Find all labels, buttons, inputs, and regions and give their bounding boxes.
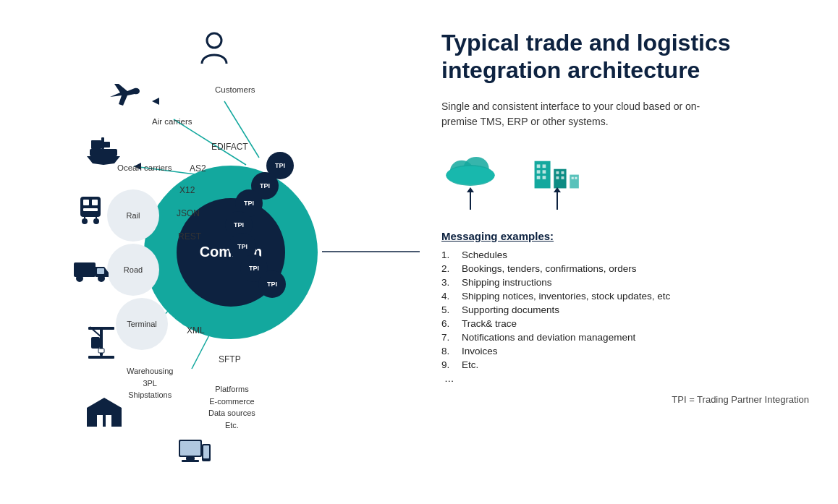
svg-rect-63 [562,176,564,179]
svg-rect-61 [562,171,564,174]
messaging-item: Bookings, tenders, confirmations, orders [441,263,809,274]
svg-rect-62 [556,176,559,179]
proto-sftp: SFTP [219,354,241,364]
svg-rect-57 [537,176,541,179]
svg-rect-53 [537,164,541,168]
right-panel: Typical trade and logistics integration … [420,0,838,504]
label-air-carriers: Air carriers [152,117,192,126]
entity-rail: Rail [107,189,159,242]
cloud-icon-group [441,150,499,210]
messaging-ellipsis: … [441,373,809,384]
messaging-item: Invoices [441,346,809,356]
computer-icon [177,438,212,474]
page-title: Typical trade and logistics integration … [441,29,809,85]
person-icon [199,30,229,68]
svg-rect-14 [91,140,101,149]
cloud-row [441,150,809,210]
svg-rect-33 [91,337,100,349]
svg-rect-56 [543,170,546,174]
cloud-arrow-up [470,192,471,210]
svg-rect-59 [554,168,566,188]
proto-edifact: EDIFACT [211,142,248,152]
svg-rect-45 [182,460,199,462]
svg-rect-65 [572,176,574,179]
messaging-item: Etc. [441,359,809,370]
svg-rect-60 [556,171,559,174]
svg-rect-18 [80,197,101,217]
messaging-section: Messaging examples: SchedulesBookings, t… [441,230,809,405]
svg-marker-37 [87,398,122,427]
tpi-note: TPI = Trading Partner Integration [441,394,809,405]
svg-rect-55 [537,170,541,174]
entity-terminal: Terminal [116,298,168,350]
svg-rect-43 [180,441,200,456]
svg-point-13 [207,33,221,48]
train-icon [77,194,103,228]
entity-road: Road [107,244,159,296]
svg-rect-26 [74,262,96,277]
svg-rect-39 [106,414,111,427]
building-arrow-up [556,192,558,210]
svg-rect-15 [90,149,117,156]
messaging-item: Supporting documents [441,304,809,315]
diagram-container: Common TPI TPI TPI TPI TPI TPI TPI [0,0,420,504]
cloud-icon [441,150,499,189]
messaging-item: Track& trace [441,318,809,329]
svg-point-51 [446,166,494,184]
svg-point-22 [82,218,88,224]
proto-json: JSON [177,208,200,218]
proto-xml: XML [187,325,205,336]
page-subtitle: Single and consistent interface to your … [441,99,716,129]
svg-point-23 [93,218,99,224]
diagram-panel: Common TPI TPI TPI TPI TPI TPI TPI [0,0,420,504]
building-icon [528,150,586,189]
svg-rect-19 [83,200,89,205]
svg-rect-66 [575,176,577,179]
svg-marker-8 [152,98,159,105]
svg-rect-34 [88,356,114,359]
proto-x12: X12 [179,185,195,195]
messaging-item: Notifications and deviation management [441,332,809,343]
proto-rest: REST [178,231,201,242]
svg-rect-20 [92,200,98,205]
platform-labels: PlatformsE-commerceData sourcesEtc. [208,383,255,431]
svg-rect-44 [186,457,195,460]
svg-rect-29 [97,268,104,274]
messaging-list: SchedulesBookings, tenders, confirmation… [441,249,809,370]
messaging-item: Schedules [441,249,809,260]
label-customers: Customers [215,85,255,94]
building-icon-group [528,150,586,210]
proto-as2: AS2 [190,163,206,174]
airplane-icon [109,81,140,110]
svg-rect-64 [570,174,579,188]
tpi-bubble-7: TPI [258,270,286,298]
warehouse-labels: Warehousing3PLShipstations [127,365,173,401]
messaging-item: Shipping instructions [441,277,809,288]
label-ocean-carriers: Ocean carriers [117,163,172,172]
svg-point-28 [98,275,105,282]
svg-rect-17 [101,142,110,148]
crane-icon [85,324,117,367]
messaging-item: Shipping notices, inventories, stock upd… [441,291,809,302]
svg-rect-41 [91,414,117,415]
warehouse-icon [85,395,123,431]
ship-icon [85,136,122,171]
svg-point-27 [76,275,83,282]
messaging-title: Messaging examples: [441,230,809,242]
svg-rect-54 [543,164,546,168]
svg-rect-36 [98,349,104,353]
svg-rect-47 [203,445,209,458]
svg-rect-21 [83,208,98,211]
svg-rect-38 [97,414,103,427]
truck-icon [72,257,110,286]
svg-rect-58 [543,176,546,179]
